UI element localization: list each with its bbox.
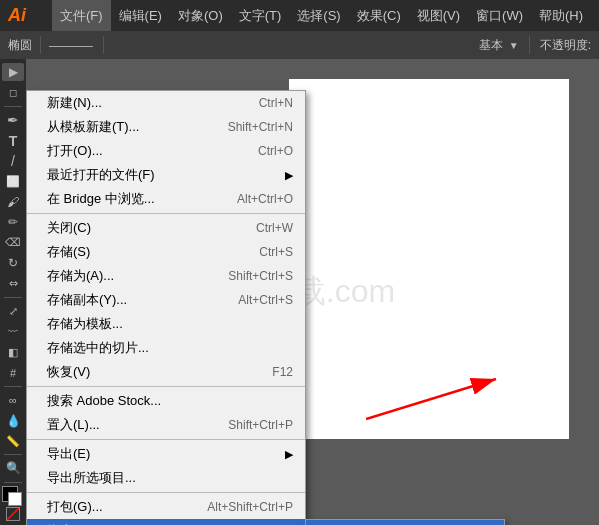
tool-warp[interactable]: 〰: [2, 323, 24, 341]
background-swatch[interactable]: [8, 492, 22, 506]
tool-measure[interactable]: 📏: [2, 432, 24, 450]
stroke-dash: ————: [49, 39, 93, 51]
color-swatches[interactable]: [2, 486, 24, 504]
menu-text[interactable]: 文字(T): [231, 0, 290, 31]
menu-file[interactable]: 文件(F): [52, 0, 111, 31]
tool-direct-select[interactable]: ◻: [2, 83, 24, 101]
canvas-area: 安下载.com 新建(N)... Ctrl+N 从模板新建(T)... Shif…: [26, 59, 599, 525]
menu-new[interactable]: 新建(N)... Ctrl+N: [27, 91, 305, 115]
divider-1: [27, 213, 305, 214]
toolbar: 椭圆 ———— 基本 ▼ 不透明度:: [0, 31, 599, 59]
opacity-label: 不透明度:: [540, 37, 591, 54]
tool-rect[interactable]: ⬜: [2, 172, 24, 190]
menu-place[interactable]: 置入(L)... Shift+Ctrl+P: [27, 413, 305, 437]
main-area: ▶ ◻ ✒ T / ⬜ 🖌 ✏ ⌫ ↻ ⇔ ⤢ 〰 ◧ # ∞ 💧 📏 🔍 安: [0, 59, 599, 525]
tool-scale[interactable]: ⤢: [2, 302, 24, 320]
none-swatch: [6, 507, 20, 521]
menu-bridge[interactable]: 在 Bridge 中浏览... Alt+Ctrl+O: [27, 187, 305, 211]
menu-revert[interactable]: 恢复(V) F12: [27, 360, 305, 384]
menu-edit[interactable]: 编辑(E): [111, 0, 170, 31]
dropdown-overlay: 新建(N)... Ctrl+N 从模板新建(T)... Shift+Ctrl+N…: [26, 90, 306, 525]
menu-window[interactable]: 窗口(W): [468, 0, 531, 31]
tool-type[interactable]: T: [2, 131, 24, 149]
tool-label: 椭圆: [8, 37, 32, 54]
tool-paintbrush[interactable]: 🖌: [2, 193, 24, 211]
tool-sep-4: [4, 454, 22, 455]
toolbox: ▶ ◻ ✒ T / ⬜ 🖌 ✏ ⌫ ↻ ⇔ ⤢ 〰 ◧ # ∞ 💧 📏 🔍: [0, 59, 26, 525]
menu-export[interactable]: 导出(E) ▶: [27, 442, 305, 466]
menu-select[interactable]: 选择(S): [289, 0, 348, 31]
basic-label: 基本: [479, 37, 503, 54]
toolbar-sep-1: [40, 36, 41, 54]
tool-pencil[interactable]: ✏: [2, 213, 24, 231]
menu-save-copy[interactable]: 存储副本(Y)... Alt+Ctrl+S: [27, 288, 305, 312]
menu-recent-files[interactable]: 最近打开的文件(F) ▶: [27, 163, 305, 187]
canvas-white: [289, 79, 569, 439]
submenu-arrow-recent: ▶: [285, 169, 293, 182]
tool-rotate[interactable]: ↻: [2, 254, 24, 272]
ai-logo: Ai: [8, 5, 44, 26]
divider-3: [27, 439, 305, 440]
none-icon[interactable]: [3, 507, 23, 521]
menu-save[interactable]: 存储(S) Ctrl+S: [27, 240, 305, 264]
tool-sep-2: [4, 297, 22, 298]
toolbar-sep-3: [529, 36, 530, 54]
tool-mesh[interactable]: #: [2, 363, 24, 381]
tool-mirror[interactable]: ⇔: [2, 275, 24, 293]
tool-select[interactable]: ▶: [2, 63, 24, 81]
toolbar-sep-2: [103, 36, 104, 54]
tool-blend[interactable]: ∞: [2, 391, 24, 409]
menu-save-as[interactable]: 存储为(A)... Shift+Ctrl+S: [27, 264, 305, 288]
title-bar: Ai 文件(F) 编辑(E) 对象(O) 文字(T) 选择(S) 效果(C) 视…: [0, 0, 599, 31]
file-dropdown-menu: 新建(N)... Ctrl+N 从模板新建(T)... Shift+Ctrl+N…: [26, 90, 306, 525]
menu-save-template[interactable]: 存储为模板...: [27, 312, 305, 336]
menu-save-slice[interactable]: 存储选中的切片...: [27, 336, 305, 360]
tool-line[interactable]: /: [2, 152, 24, 170]
menu-scripts[interactable]: 脚本(R) ▶ AI_CC2019_64 图像描摹 将文档存储为 PDF: [27, 519, 305, 525]
tool-eraser[interactable]: ⌫: [2, 234, 24, 252]
tool-pen[interactable]: ✒: [2, 111, 24, 129]
menu-help[interactable]: 帮助(H): [531, 0, 591, 31]
menu-bar: 文件(F) 编辑(E) 对象(O) 文字(T) 选择(S) 效果(C) 视图(V…: [52, 0, 591, 31]
tool-sep-1: [4, 106, 22, 107]
divider-2: [27, 386, 305, 387]
tool-zoom[interactable]: 🔍: [2, 459, 24, 477]
submenu-arrow-export: ▶: [285, 448, 293, 461]
menu-new-from-template[interactable]: 从模板新建(T)... Shift+Ctrl+N: [27, 115, 305, 139]
menu-effect[interactable]: 效果(C): [349, 0, 409, 31]
menu-view[interactable]: 视图(V): [409, 0, 468, 31]
menu-package[interactable]: 打包(G)... Alt+Shift+Ctrl+P: [27, 495, 305, 519]
scripts-submenu: AI_CC2019_64 图像描摹 将文档存储为 PDF 将文档存储为 SVG: [305, 519, 505, 525]
chevron-down-icon[interactable]: ▼: [509, 40, 519, 51]
tool-eyedropper[interactable]: 💧: [2, 411, 24, 429]
menu-export-selected[interactable]: 导出所选项目...: [27, 466, 305, 490]
menu-search-stock[interactable]: 搜索 Adobe Stock...: [27, 389, 305, 413]
menu-close[interactable]: 关闭(C) Ctrl+W: [27, 216, 305, 240]
tool-gradient[interactable]: ◧: [2, 343, 24, 361]
tool-sep-3: [4, 386, 22, 387]
menu-open[interactable]: 打开(O)... Ctrl+O: [27, 139, 305, 163]
menu-object[interactable]: 对象(O): [170, 0, 231, 31]
toolbar-right: 基本 ▼ 不透明度:: [479, 36, 591, 54]
tool-sep-5: [4, 482, 22, 483]
submenu-ai-cc2019[interactable]: AI_CC2019_64: [306, 520, 504, 525]
divider-4: [27, 492, 305, 493]
